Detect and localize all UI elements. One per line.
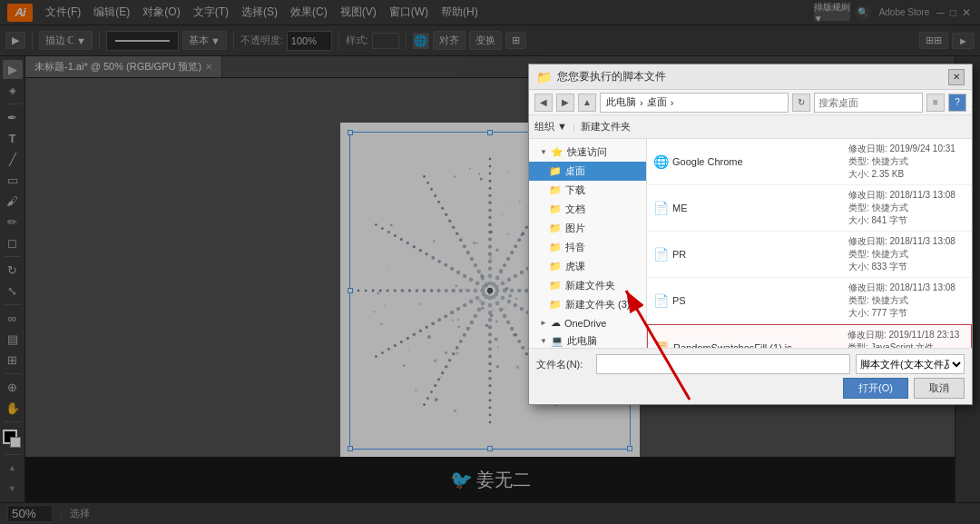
nav-breadcrumb[interactable]: 此电脑 › 桌面 › (600, 93, 789, 113)
dialog-body: ▼ ⭐ 快速访问 📁 桌面 📁 下载 📁 文档 📁 (529, 139, 972, 348)
dialog-toolbar: 组织 ▼ | 新建文件夹 (529, 115, 972, 139)
file-date: 修改日期: 2018/11/3 13:08类型: 快捷方式大小: 841 字节 (848, 189, 966, 227)
nav-view-btn[interactable]: ≡ (926, 94, 945, 112)
dialog-nav: ◀ ▶ ▲ 此电脑 › 桌面 › ↻ ≡ ? (529, 90, 972, 115)
file-date: 修改日期: 2018/11/3 13:08类型: 快捷方式大小: 833 字节 (848, 235, 966, 273)
file-items-container: 🌐Google Chrome修改日期: 2019/9/24 10:31类型: 快… (647, 139, 972, 348)
nav-refresh-btn[interactable]: ↻ (792, 94, 810, 112)
nav-help-btn[interactable]: ? (948, 94, 966, 112)
nav-back-btn[interactable]: ◀ (534, 94, 553, 112)
file-date: 修改日期: 2018/11/3 13:08类型: 快捷方式大小: 777 字节 (848, 282, 966, 320)
file-type-icon: 📜 (653, 340, 670, 348)
file-item[interactable]: 📄PR修改日期: 2018/11/3 13:08类型: 快捷方式大小: 833 … (647, 232, 972, 278)
tree-item-downloads[interactable]: 📁 下载 (529, 181, 646, 200)
filename-label: 文件名(N): (536, 358, 591, 371)
file-item[interactable]: 📄ME修改日期: 2018/11/3 13:08类型: 快捷方式大小: 841 … (647, 185, 972, 232)
new-folder-btn[interactable]: 新建文件夹 (581, 120, 631, 133)
dialog-footer: 文件名(N): 脚本文件(文本文件及已编译文本文件) 打开(O) 取消 (529, 348, 972, 404)
filename-input[interactable] (596, 354, 850, 374)
tree-item-desktop[interactable]: 📁 桌面 (529, 162, 646, 181)
footer-filename-row: 文件名(N): 脚本文件(文本文件及已编译文本文件) (536, 354, 965, 374)
tree-item-this-pc[interactable]: ▼ 💻 此电脑 (529, 331, 646, 348)
tree-item-douyin[interactable]: 📁 抖音 (529, 238, 646, 257)
dialog-titlebar: 📁 您您要执行的脚本文件 ✕ (529, 64, 972, 90)
open-button[interactable]: 打开(O) (843, 378, 908, 399)
tree-item-huke[interactable]: 📁 虎课 (529, 257, 646, 276)
file-item[interactable]: 🌐Google Chrome修改日期: 2019/9/24 10:31类型: 快… (647, 139, 972, 185)
tree-item-quick-access[interactable]: ▼ ⭐ 快速访问 (529, 143, 646, 162)
filetype-select[interactable]: 脚本文件(文本文件及已编译文本文件) (856, 354, 965, 374)
dialog-title: 您您要执行的脚本文件 (557, 69, 943, 84)
nav-search-input[interactable] (814, 93, 923, 113)
file-type-icon: 📄 (652, 292, 669, 309)
dialog-overlay: 📁 您您要执行的脚本文件 ✕ ◀ ▶ ▲ 此电脑 › 桌面 › ↻ ≡ ? 组织… (0, 0, 980, 524)
nav-up-btn[interactable]: ▲ (578, 94, 596, 112)
file-type-icon: 🌐 (652, 153, 669, 170)
file-item[interactable]: 📄PS修改日期: 2018/11/3 13:08类型: 快捷方式大小: 777 … (647, 278, 972, 324)
file-name: Google Chrome (672, 156, 848, 167)
file-type-icon: 📄 (652, 200, 669, 216)
tree-item-newfolder3[interactable]: 📁 新建文件夹 (3) (529, 295, 646, 314)
file-name: PR (672, 249, 848, 260)
organize-btn[interactable]: 组织 ▼ (534, 120, 567, 133)
file-tree: ▼ ⭐ 快速访问 📁 桌面 📁 下载 📁 文档 📁 (529, 139, 647, 348)
file-item[interactable]: 📜RandomSwatchesFill (1).js修改日期: 2019/11/… (647, 324, 972, 348)
footer-buttons: 打开(O) 取消 (536, 378, 965, 399)
file-dialog: 📁 您您要执行的脚本文件 ✕ ◀ ▶ ▲ 此电脑 › 桌面 › ↻ ≡ ? 组织… (528, 64, 973, 405)
tree-item-newfolder[interactable]: 📁 新建文件夹 (529, 276, 646, 295)
tree-item-documents[interactable]: 📁 文档 (529, 200, 646, 219)
file-name: ME (672, 203, 848, 213)
file-type-icon: 📄 (652, 246, 669, 262)
file-name: PS (672, 295, 848, 306)
file-date: 修改日期: 2019/11/18 23:13类型: JavaScript 文件大… (848, 329, 965, 348)
nav-forward-btn[interactable]: ▶ (556, 94, 574, 112)
file-date: 修改日期: 2019/9/24 10:31类型: 快捷方式大小: 2.35 KB (848, 143, 966, 181)
tree-item-pictures[interactable]: 📁 图片 (529, 219, 646, 238)
tree-item-onedrive[interactable]: ► ☁ OneDrive (529, 314, 646, 331)
dialog-close-btn[interactable]: ✕ (948, 69, 965, 85)
cancel-button[interactable]: 取消 (914, 378, 965, 399)
file-list: 🌐Google Chrome修改日期: 2019/9/24 10:31类型: 快… (647, 139, 972, 348)
